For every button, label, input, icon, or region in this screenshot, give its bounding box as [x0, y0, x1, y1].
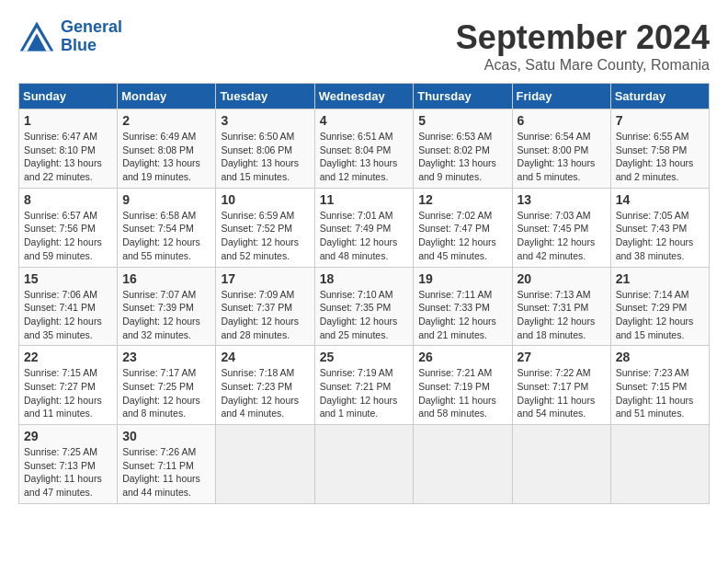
header-day-saturday: Saturday	[610, 84, 709, 109]
location-subtitle: Acas, Satu Mare County, Romania	[456, 57, 710, 74]
day-number: 17	[221, 271, 309, 286]
calendar-cell: 22 Sunrise: 7:15 AMSunset: 7:27 PMDaylig…	[19, 346, 118, 425]
day-number: 9	[122, 192, 210, 207]
title-section: September 2024 Acas, Satu Mare County, R…	[456, 18, 710, 74]
day-info: Sunrise: 6:57 AMSunset: 7:56 PMDaylight:…	[24, 209, 112, 263]
day-number: 23	[122, 350, 210, 364]
day-number: 12	[418, 192, 506, 207]
day-info: Sunrise: 7:23 AMSunset: 7:15 PMDaylight:…	[616, 366, 704, 420]
day-number: 30	[122, 429, 210, 443]
page-header: General Blue September 2024 Acas, Satu M…	[18, 18, 710, 74]
day-number: 8	[24, 192, 112, 207]
header-day-wednesday: Wednesday	[314, 84, 414, 109]
calendar-cell: 25 Sunrise: 7:19 AMSunset: 7:21 PMDaylig…	[314, 346, 414, 425]
calendar-cell: 30 Sunrise: 7:26 AMSunset: 7:11 PMDaylig…	[118, 425, 216, 504]
calendar-cell: 26 Sunrise: 7:21 AMSunset: 7:19 PMDaylig…	[414, 346, 512, 425]
calendar-week-3: 15 Sunrise: 7:06 AMSunset: 7:41 PMDaylig…	[19, 267, 710, 346]
header-day-monday: Monday	[118, 84, 216, 109]
calendar-cell: 24 Sunrise: 7:18 AMSunset: 7:23 PMDaylig…	[216, 346, 314, 425]
calendar-cell: 14 Sunrise: 7:05 AMSunset: 7:43 PMDaylig…	[610, 188, 709, 267]
calendar-cell	[314, 425, 414, 504]
day-number: 4	[320, 113, 409, 128]
day-number: 14	[616, 192, 704, 207]
calendar-cell	[512, 425, 610, 504]
calendar-cell: 9 Sunrise: 6:58 AMSunset: 7:54 PMDayligh…	[118, 188, 216, 267]
calendar-week-1: 1 Sunrise: 6:47 AMSunset: 8:10 PMDayligh…	[19, 109, 710, 189]
day-info: Sunrise: 6:55 AMSunset: 7:58 PMDaylight:…	[616, 130, 704, 184]
day-info: Sunrise: 7:22 AMSunset: 7:17 PMDaylight:…	[518, 366, 606, 420]
day-info: Sunrise: 7:10 AMSunset: 7:35 PMDaylight:…	[320, 288, 409, 342]
calendar-cell: 19 Sunrise: 7:11 AMSunset: 7:33 PMDaylig…	[414, 267, 512, 346]
day-number: 18	[320, 271, 409, 286]
month-title: September 2024	[456, 18, 710, 57]
day-info: Sunrise: 7:14 AMSunset: 7:29 PMDaylight:…	[616, 288, 704, 342]
day-info: Sunrise: 7:07 AMSunset: 7:39 PMDaylight:…	[122, 288, 210, 342]
logo: General Blue	[18, 18, 122, 55]
day-info: Sunrise: 7:11 AMSunset: 7:33 PMDaylight:…	[418, 288, 506, 342]
day-number: 21	[616, 271, 704, 286]
calendar-week-5: 29 Sunrise: 7:25 AMSunset: 7:13 PMDaylig…	[19, 425, 710, 504]
day-info: Sunrise: 6:47 AMSunset: 8:10 PMDaylight:…	[24, 130, 112, 184]
day-number: 16	[122, 271, 210, 286]
day-number: 3	[221, 113, 309, 128]
logo-icon	[18, 20, 55, 52]
day-number: 25	[320, 350, 409, 364]
header-day-thursday: Thursday	[414, 84, 512, 109]
day-number: 1	[24, 113, 112, 128]
logo-text: General Blue	[61, 18, 122, 55]
day-number: 24	[221, 350, 309, 364]
day-info: Sunrise: 7:09 AMSunset: 7:37 PMDaylight:…	[221, 288, 309, 342]
day-info: Sunrise: 7:02 AMSunset: 7:47 PMDaylight:…	[418, 209, 506, 263]
calendar-cell: 16 Sunrise: 7:07 AMSunset: 7:39 PMDaylig…	[118, 267, 216, 346]
calendar-body: 1 Sunrise: 6:47 AMSunset: 8:10 PMDayligh…	[19, 109, 710, 504]
day-info: Sunrise: 7:06 AMSunset: 7:41 PMDaylight:…	[24, 288, 112, 342]
calendar-cell: 12 Sunrise: 7:02 AMSunset: 7:47 PMDaylig…	[414, 188, 512, 267]
day-number: 13	[518, 192, 606, 207]
day-info: Sunrise: 6:54 AMSunset: 8:00 PMDaylight:…	[518, 130, 606, 184]
calendar-cell	[414, 425, 512, 504]
calendar-cell: 18 Sunrise: 7:10 AMSunset: 7:35 PMDaylig…	[314, 267, 414, 346]
day-info: Sunrise: 7:25 AMSunset: 7:13 PMDaylight:…	[24, 445, 112, 500]
day-number: 29	[24, 429, 112, 443]
day-number: 10	[221, 192, 309, 207]
calendar-cell: 15 Sunrise: 7:06 AMSunset: 7:41 PMDaylig…	[19, 267, 118, 346]
day-number: 6	[518, 113, 606, 128]
day-number: 26	[418, 350, 506, 364]
day-number: 2	[122, 113, 210, 128]
day-info: Sunrise: 7:13 AMSunset: 7:31 PMDaylight:…	[518, 288, 606, 342]
calendar-cell: 6 Sunrise: 6:54 AMSunset: 8:00 PMDayligh…	[512, 109, 610, 189]
calendar-table: SundayMondayTuesdayWednesdayThursdayFrid…	[18, 83, 710, 504]
day-info: Sunrise: 6:53 AMSunset: 8:02 PMDaylight:…	[418, 130, 506, 184]
day-info: Sunrise: 6:59 AMSunset: 7:52 PMDaylight:…	[221, 209, 309, 263]
day-number: 20	[518, 271, 606, 286]
calendar-cell: 5 Sunrise: 6:53 AMSunset: 8:02 PMDayligh…	[414, 109, 512, 189]
calendar-cell: 28 Sunrise: 7:23 AMSunset: 7:15 PMDaylig…	[610, 346, 709, 425]
calendar-week-4: 22 Sunrise: 7:15 AMSunset: 7:27 PMDaylig…	[19, 346, 710, 425]
day-info: Sunrise: 6:50 AMSunset: 8:06 PMDaylight:…	[221, 130, 309, 184]
calendar-cell: 8 Sunrise: 6:57 AMSunset: 7:56 PMDayligh…	[19, 188, 118, 267]
day-info: Sunrise: 7:01 AMSunset: 7:49 PMDaylight:…	[320, 209, 409, 263]
calendar-cell: 4 Sunrise: 6:51 AMSunset: 8:04 PMDayligh…	[314, 109, 414, 189]
day-info: Sunrise: 6:49 AMSunset: 8:08 PMDaylight:…	[122, 130, 210, 184]
calendar-cell: 13 Sunrise: 7:03 AMSunset: 7:45 PMDaylig…	[512, 188, 610, 267]
day-info: Sunrise: 6:58 AMSunset: 7:54 PMDaylight:…	[122, 209, 210, 263]
day-info: Sunrise: 7:15 AMSunset: 7:27 PMDaylight:…	[24, 366, 112, 420]
day-number: 22	[24, 350, 112, 364]
calendar-cell: 17 Sunrise: 7:09 AMSunset: 7:37 PMDaylig…	[216, 267, 314, 346]
calendar-cell: 29 Sunrise: 7:25 AMSunset: 7:13 PMDaylig…	[19, 425, 118, 504]
day-info: Sunrise: 7:26 AMSunset: 7:11 PMDaylight:…	[122, 445, 210, 500]
calendar-cell: 20 Sunrise: 7:13 AMSunset: 7:31 PMDaylig…	[512, 267, 610, 346]
calendar-cell: 3 Sunrise: 6:50 AMSunset: 8:06 PMDayligh…	[216, 109, 314, 189]
day-number: 15	[24, 271, 112, 286]
day-info: Sunrise: 7:18 AMSunset: 7:23 PMDaylight:…	[221, 366, 309, 420]
calendar-cell: 10 Sunrise: 6:59 AMSunset: 7:52 PMDaylig…	[216, 188, 314, 267]
header-day-friday: Friday	[512, 84, 610, 109]
calendar-cell	[216, 425, 314, 504]
header-day-sunday: Sunday	[19, 84, 118, 109]
day-number: 19	[418, 271, 506, 286]
day-number: 5	[418, 113, 506, 128]
day-number: 27	[518, 350, 606, 364]
calendar-cell: 1 Sunrise: 6:47 AMSunset: 8:10 PMDayligh…	[19, 109, 118, 189]
day-info: Sunrise: 6:51 AMSunset: 8:04 PMDaylight:…	[320, 130, 409, 184]
calendar-cell: 11 Sunrise: 7:01 AMSunset: 7:49 PMDaylig…	[314, 188, 414, 267]
